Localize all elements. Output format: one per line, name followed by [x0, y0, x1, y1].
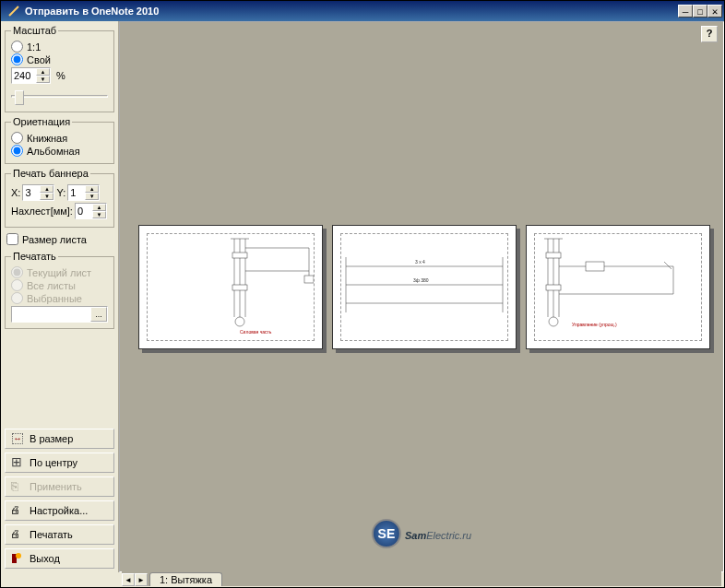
spin-up-icon[interactable]: ▲	[36, 68, 50, 76]
scale-slider[interactable]	[11, 88, 108, 106]
x-spinner[interactable]: ▲▼	[22, 184, 54, 201]
page-thumbnail[interactable]: 3 x 43ф 380	[332, 225, 517, 349]
percent-label: %	[56, 70, 65, 81]
sheet-size-label: Размер листа	[22, 234, 87, 245]
orientation-group: Ориетнация Книжная Альбомная	[5, 116, 114, 164]
svg-rect-8	[232, 285, 247, 290]
svg-rect-38	[586, 262, 604, 271]
printer-icon	[10, 503, 25, 518]
orientation-legend: Ориетнация	[11, 116, 72, 127]
page-thumbnail[interactable]: Управление (упрощ.)	[526, 225, 710, 349]
overlap-label: Нахлест[мм]:	[11, 206, 73, 217]
print-group: Печатать Текущий лист Все листы Выбранны…	[5, 251, 114, 329]
svg-text:3ф 380: 3ф 380	[413, 277, 429, 283]
print-current-radio[interactable]: Текущий лист	[11, 266, 108, 278]
banner-legend: Печать баннера	[11, 168, 90, 179]
exit-icon	[10, 551, 25, 566]
x-label: X:	[11, 187, 20, 198]
titlebar: Отправить в OneNote 2010 — ☐ ✕	[1, 1, 724, 21]
sheet-size-checkbox[interactable]	[6, 233, 18, 245]
fit-button[interactable]: В размер	[5, 429, 114, 449]
browse-button[interactable]: ...	[90, 307, 107, 322]
y-label: Y:	[56, 187, 65, 198]
print-legend: Печатать	[11, 251, 58, 262]
svg-point-12	[235, 317, 244, 326]
sheet-tab[interactable]: 1: Вытяжка	[149, 572, 222, 586]
close-button[interactable]: ✕	[707, 5, 722, 18]
setup-button[interactable]: Настройка...	[5, 500, 114, 521]
maximize-button[interactable]: ☐	[693, 5, 707, 18]
help-button[interactable]: ?	[701, 26, 718, 42]
print-selected-radio[interactable]: Выбранные	[11, 292, 108, 304]
minimize-button[interactable]: —	[678, 5, 693, 18]
svg-line-43	[664, 262, 672, 269]
svg-point-37	[549, 317, 558, 326]
scale-group: Масштаб 1:1 Свой ▲▼ %	[5, 25, 114, 112]
page-thumbnail[interactable]: Силовая часть	[138, 225, 323, 349]
svg-rect-33	[546, 285, 561, 290]
print-all-radio[interactable]: Все листы	[11, 279, 108, 291]
svg-rect-15	[304, 276, 314, 283]
svg-text:3 x 4: 3 x 4	[415, 259, 425, 265]
center-icon	[10, 455, 25, 470]
tab-scroll-right-button[interactable]: ►	[135, 573, 148, 586]
watermark: SE SamElectric.ru	[372, 519, 471, 548]
preview-area: ? Силовая	[119, 21, 724, 572]
scale-value-spinner[interactable]: ▲▼	[11, 67, 51, 84]
exit-button[interactable]: Выход	[5, 548, 114, 569]
apply-button: Применить	[5, 476, 114, 497]
fit-icon	[10, 431, 25, 446]
tab-bar: ◄ ► 1: Вытяжка	[122, 570, 721, 586]
page-thumbnails: Силовая часть 3 x 43ф 380	[138, 225, 710, 349]
printer-icon	[10, 527, 25, 542]
overlap-spinner[interactable]: ▲▼	[75, 203, 107, 219]
banner-group: Печать баннера X: ▲▼ Y: ▲▼ Нахлест[мм]: …	[5, 168, 114, 228]
apply-icon	[10, 479, 25, 494]
landscape-radio[interactable]: Альбомная	[11, 145, 108, 157]
sidebar: Масштаб 1:1 Свой ▲▼ % Ориетнация Книжная…	[1, 21, 119, 572]
center-button[interactable]: По центру	[5, 453, 114, 473]
y-spinner[interactable]: ▲▼	[67, 184, 100, 201]
print-range-input[interactable]: ...	[11, 306, 108, 323]
app-icon	[6, 4, 21, 18]
tab-scroll-left-button[interactable]: ◄	[122, 573, 135, 586]
window-title: Отправить в OneNote 2010	[25, 6, 678, 17]
scale-legend: Масштаб	[11, 25, 58, 36]
scale-11-radio[interactable]: 1:1	[11, 41, 108, 53]
scale-custom-radio[interactable]: Свой	[11, 53, 108, 65]
svg-text:Управление (упрощ.): Управление (упрощ.)	[572, 322, 617, 327]
svg-text:Силовая часть: Силовая часть	[240, 329, 272, 335]
watermark-badge: SE	[372, 519, 401, 548]
svg-rect-29	[546, 253, 561, 258]
spin-down-icon[interactable]: ▼	[36, 76, 50, 83]
portrait-radio[interactable]: Книжная	[11, 132, 108, 144]
watermark-text: SamElectric.ru	[405, 524, 471, 544]
print-button[interactable]: Печатать	[5, 524, 114, 545]
svg-rect-4	[232, 253, 247, 258]
